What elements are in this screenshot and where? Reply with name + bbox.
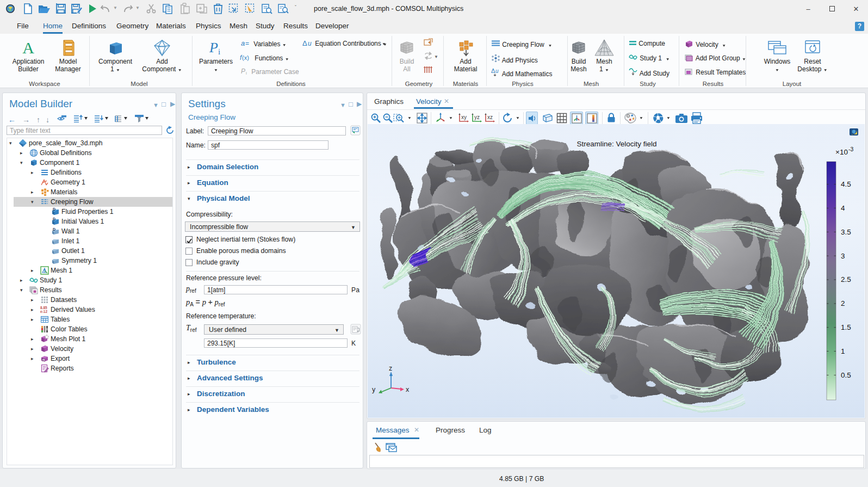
svg-text:z: z — [389, 365, 392, 372]
svg-text:3.5: 3.5 — [841, 228, 851, 236]
svg-text:xz: xz — [487, 114, 493, 120]
svg-text:×10: ×10 — [835, 148, 848, 156]
svg-text:u: u — [308, 40, 312, 47]
svg-text:D: D — [53, 227, 55, 231]
svg-text:-3: -3 — [848, 146, 853, 152]
svg-text:4.5: 4.5 — [841, 180, 851, 188]
svg-text:D: D — [53, 207, 55, 211]
svg-text:3: 3 — [841, 252, 845, 260]
svg-text:Δ: Δ — [491, 68, 495, 74]
svg-text:x: x — [406, 386, 410, 393]
svg-text:i: i — [218, 47, 220, 56]
svg-text:2: 2 — [841, 299, 845, 307]
svg-text:P: P — [241, 68, 245, 75]
svg-text:▼: ▼ — [434, 54, 438, 59]
svg-text:Streamline: Velocity field: Streamline: Velocity field — [576, 140, 656, 148]
svg-text:y: y — [372, 386, 376, 393]
svg-text:1.5: 1.5 — [841, 323, 851, 331]
svg-text:D: D — [53, 217, 55, 221]
svg-text:=: = — [245, 40, 249, 47]
svg-text:2.5: 2.5 — [841, 275, 851, 283]
svg-text:a: a — [241, 40, 245, 47]
svg-text:1: 1 — [841, 347, 845, 355]
svg-text:i: i — [246, 71, 247, 75]
svg-text:xy: xy — [461, 114, 467, 120]
svg-text:P: P — [209, 40, 218, 56]
svg-text:A: A — [22, 39, 34, 57]
svg-text:yz: yz — [474, 114, 480, 120]
svg-text:8.85: 8.85 — [40, 306, 47, 310]
svg-text:0.5: 0.5 — [841, 371, 851, 379]
svg-text:u: u — [495, 68, 499, 74]
svg-text:(x): (x) — [242, 54, 249, 61]
svg-text:Δ: Δ — [302, 40, 307, 47]
svg-text:e-12: e-12 — [40, 310, 47, 313]
svg-text:4: 4 — [841, 204, 845, 212]
